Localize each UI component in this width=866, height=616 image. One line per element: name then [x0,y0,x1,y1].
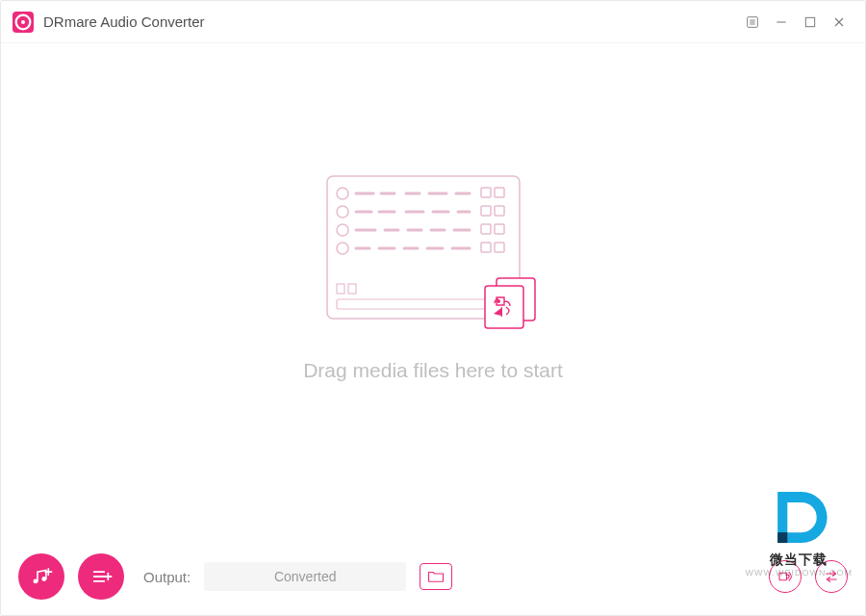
close-button[interactable] [825,8,853,37]
svg-rect-44 [337,284,344,294]
svg-point-1 [21,19,25,23]
svg-rect-41 [481,243,491,252]
drop-hint-text: Drag media files here to start [303,359,563,382]
add-list-button[interactable] [78,553,124,600]
output-format-button[interactable] [769,560,802,593]
output-label: Output: [143,569,191,585]
svg-rect-38 [495,206,504,216]
svg-rect-7 [805,17,814,26]
app-title: DRmare Audio Converter [43,13,205,30]
svg-point-51 [33,578,38,583]
drop-illustration-icon [318,168,548,332]
menu-button[interactable] [738,8,767,37]
svg-rect-39 [481,224,491,234]
browse-output-button[interactable] [420,563,452,590]
svg-point-50 [497,299,500,303]
svg-rect-36 [495,188,504,197]
svg-rect-60 [779,573,787,580]
svg-rect-37 [481,206,491,216]
app-window: DRmare Audio Converter [0,0,866,616]
svg-rect-43 [337,299,510,309]
convert-button[interactable] [815,560,848,593]
svg-rect-35 [481,188,491,197]
svg-point-52 [41,577,46,581]
add-music-button[interactable] [18,553,64,600]
titlebar: DRmare Audio Converter [1,1,865,43]
maximize-button[interactable] [796,8,825,37]
svg-rect-47 [485,286,523,328]
svg-point-14 [337,243,348,254]
svg-point-13 [337,224,348,236]
svg-rect-40 [495,224,504,234]
svg-rect-49 [501,307,502,317]
drop-area[interactable]: Drag media files here to start [1,43,865,546]
svg-rect-42 [495,243,504,252]
svg-rect-45 [348,284,356,294]
output-path-display: Converted [204,562,406,591]
app-logo [13,12,34,33]
svg-point-11 [337,188,348,199]
minimize-button[interactable] [767,8,796,37]
svg-point-12 [337,206,348,218]
footer-bar: Output: Converted [1,546,865,615]
